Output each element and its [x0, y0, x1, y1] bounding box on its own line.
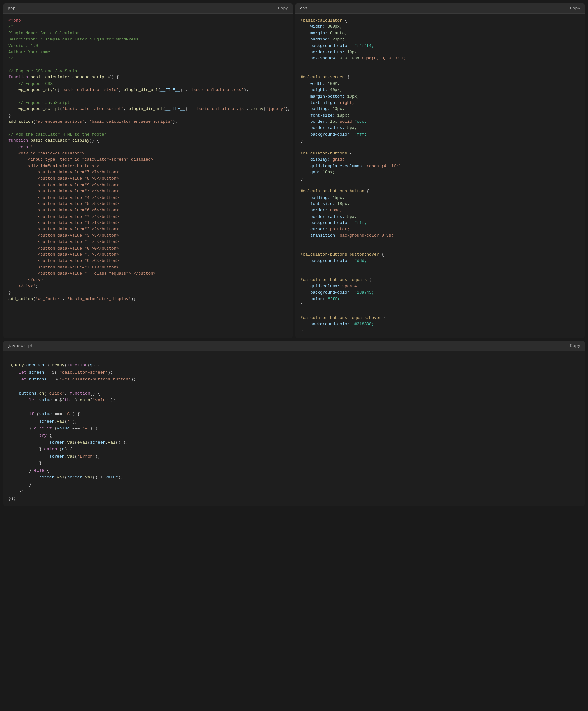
- javascript-panel: javascript Copy jQuery(document).ready(f…: [3, 341, 585, 506]
- php-code-body: <?php /* Plugin Name: Basic Calculator D…: [3, 14, 293, 306]
- css-lang-label: css: [300, 6, 308, 11]
- php-panel: php Copy <?php /* Plugin Name: Basic Cal…: [3, 3, 293, 338]
- php-lang-label: php: [8, 6, 15, 11]
- css-panel-header: css Copy: [295, 3, 585, 14]
- js-panel-header: javascript Copy: [3, 341, 585, 351]
- php-copy-button[interactable]: Copy: [278, 6, 288, 11]
- js-lang-label: javascript: [8, 343, 33, 348]
- css-copy-button[interactable]: Copy: [570, 6, 580, 11]
- css-code-body: #basic-calculator { width: 300px; margin…: [295, 14, 585, 338]
- css-panel: css Copy #basic-calculator { width: 300p…: [295, 3, 585, 338]
- js-copy-button[interactable]: Copy: [570, 343, 580, 348]
- php-panel-header: php Copy: [3, 3, 293, 14]
- js-code-body: jQuery(document).ready(function($) { let…: [3, 351, 585, 506]
